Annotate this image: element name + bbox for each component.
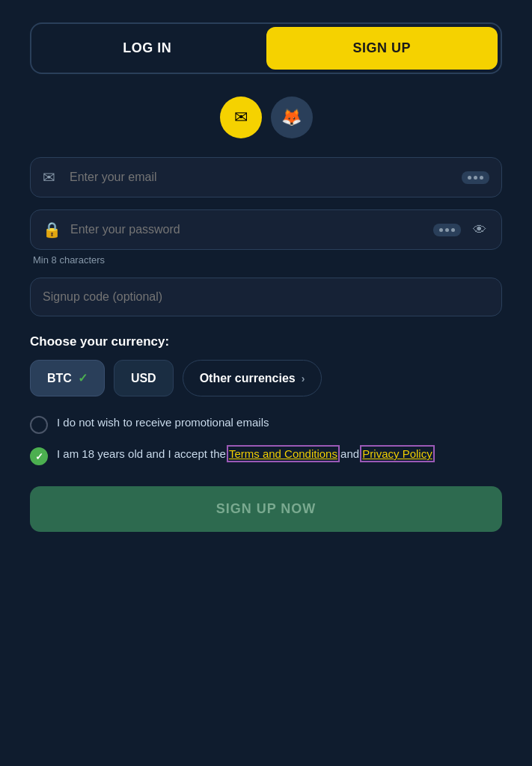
lock-icon: 🔒 bbox=[43, 221, 61, 239]
privacy-link[interactable]: Privacy Policy bbox=[362, 447, 432, 460]
btc-currency-button[interactable]: BTC ✓ bbox=[30, 360, 105, 396]
password-group: 🔒 👁 Min 8 characters bbox=[30, 209, 502, 266]
metamask-icon: 🦊 bbox=[281, 108, 302, 127]
signup-container: LOG IN SIGN UP ✉ 🦊 ✉ 🔒 👁 Min bbox=[30, 22, 502, 532]
signup-now-button[interactable]: SIGN UP NOW bbox=[30, 486, 502, 532]
other-currencies-label: Other currencies bbox=[200, 372, 296, 385]
envelope-icon: ✉ bbox=[43, 168, 61, 186]
terms-link[interactable]: Terms and Conditions bbox=[229, 447, 337, 460]
password-input-wrapper: 🔒 👁 bbox=[30, 209, 502, 250]
email-icon: ✉ bbox=[234, 108, 248, 127]
currency-label: Choose your currency: bbox=[30, 334, 502, 349]
promo-checkbox-row: I do not wish to receive promotional ema… bbox=[30, 414, 502, 434]
terms-before-text: I am 18 years old and I accept the bbox=[57, 447, 229, 460]
checkbox-group: I do not wish to receive promotional ema… bbox=[30, 414, 502, 465]
terms-checkbox-row: I am 18 years old and I accept the Terms… bbox=[30, 446, 502, 465]
currency-options: BTC ✓ USD Other currencies › bbox=[30, 360, 502, 396]
usd-label: USD bbox=[131, 372, 156, 385]
metamask-method-icon[interactable]: 🦊 bbox=[271, 96, 313, 138]
other-currencies-button[interactable]: Other currencies › bbox=[183, 360, 322, 396]
signup-code-group bbox=[30, 278, 502, 316]
terms-checkbox[interactable] bbox=[30, 447, 48, 465]
usd-currency-button[interactable]: USD bbox=[114, 360, 174, 396]
password-hint: Min 8 characters bbox=[30, 254, 502, 266]
password-input[interactable] bbox=[70, 223, 424, 236]
email-input-wrapper: ✉ bbox=[30, 157, 502, 197]
toggle-password-button[interactable]: 👁 bbox=[470, 222, 489, 238]
auth-toggle: LOG IN SIGN UP bbox=[30, 22, 502, 74]
method-icons: ✉ 🦊 bbox=[30, 96, 502, 138]
chevron-right-icon: › bbox=[302, 373, 305, 384]
promo-text: I do not wish to receive promotional ema… bbox=[57, 414, 269, 432]
terms-and-text: and bbox=[337, 447, 362, 460]
email-group: ✉ bbox=[30, 157, 502, 197]
email-dots-button[interactable] bbox=[462, 171, 489, 184]
email-method-icon[interactable]: ✉ bbox=[220, 96, 262, 138]
btc-check-icon: ✓ bbox=[78, 371, 88, 385]
password-dots-button[interactable] bbox=[433, 224, 461, 236]
email-input[interactable] bbox=[70, 171, 453, 184]
terms-text: I am 18 years old and I accept the Terms… bbox=[57, 446, 432, 463]
btc-label: BTC bbox=[47, 372, 72, 385]
promo-checkbox[interactable] bbox=[30, 416, 48, 434]
signup-button[interactable]: SIGN UP bbox=[266, 27, 498, 70]
signup-code-input[interactable] bbox=[43, 290, 489, 304]
login-button[interactable]: LOG IN bbox=[31, 24, 263, 73]
